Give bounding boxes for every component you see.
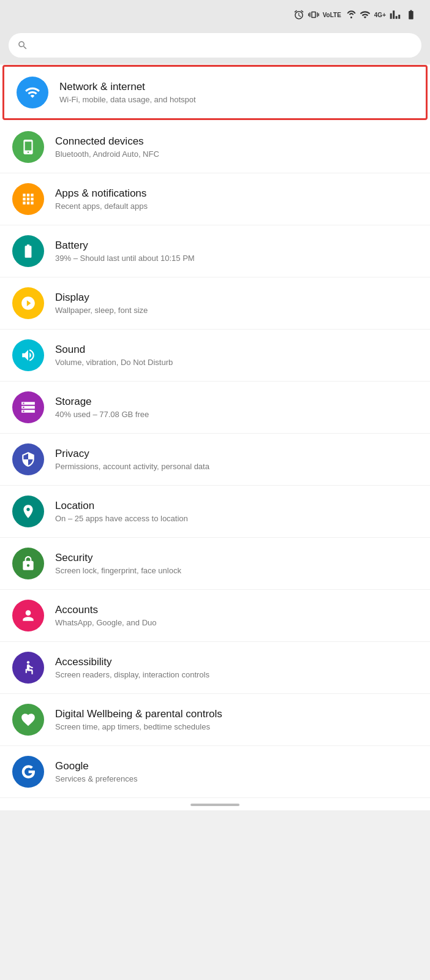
settings-icon-battery — [12, 235, 44, 267]
settings-text-location: Location On – 25 apps have access to loc… — [55, 500, 418, 523]
settings-icon-storage — [12, 391, 44, 423]
4gplus-icon: 4G+ — [374, 12, 386, 18]
settings-subtitle-storage: 40% used – 77.08 GB free — [55, 410, 418, 419]
settings-icon-connected-devices — [12, 131, 44, 163]
settings-text-connected-devices: Connected devices Bluetooth, Android Aut… — [55, 135, 418, 159]
scroll-indicator — [190, 804, 240, 806]
settings-item-location[interactable]: Location On – 25 apps have access to loc… — [0, 486, 430, 538]
settings-title-location: Location — [55, 500, 418, 512]
settings-title-display: Display — [55, 292, 418, 304]
settings-item-display[interactable]: Display Wallpaper, sleep, font size — [0, 277, 430, 330]
settings-text-accessibility: Accessibility Screen readers, display, i… — [55, 656, 418, 679]
settings-subtitle-google: Services & preferences — [55, 774, 418, 783]
settings-item-apps[interactable]: Apps & notifications Recent apps, defaul… — [0, 173, 430, 225]
settings-icon-google — [12, 756, 44, 788]
settings-subtitle-security: Screen lock, fingerprint, face unlock — [55, 566, 418, 575]
settings-subtitle-location: On – 25 apps have access to location — [55, 514, 418, 523]
settings-title-network: Network & internet — [59, 81, 413, 93]
settings-subtitle-accounts: WhatsApp, Google, and Duo — [55, 618, 418, 627]
search-bar-area — [0, 29, 430, 64]
settings-text-network: Network & internet Wi-Fi, mobile, data u… — [59, 81, 413, 104]
settings-item-accessibility[interactable]: Accessibility Screen readers, display, i… — [0, 642, 430, 694]
settings-text-display: Display Wallpaper, sleep, font size — [55, 292, 418, 315]
settings-title-battery: Battery — [55, 239, 418, 252]
settings-subtitle-privacy: Permissions, account activity, personal … — [55, 462, 418, 471]
settings-text-privacy: Privacy Permissions, account activity, p… — [55, 448, 418, 471]
vibrate-icon — [308, 9, 319, 20]
settings-icon-sound — [12, 339, 44, 371]
settings-icon-accounts — [12, 600, 44, 631]
settings-title-apps: Apps & notifications — [55, 187, 418, 200]
settings-item-google[interactable]: Google Services & preferences — [0, 746, 430, 798]
settings-icon-display — [12, 287, 44, 319]
settings-item-security[interactable]: Security Screen lock, fingerprint, face … — [0, 538, 430, 590]
settings-subtitle-network: Wi-Fi, mobile, data usage, and hotspot — [59, 95, 413, 104]
settings-text-google: Google Services & preferences — [55, 760, 418, 783]
settings-title-storage: Storage — [55, 396, 418, 408]
settings-text-battery: Battery 39% – Should last until about 10… — [55, 239, 418, 263]
settings-icon-digital-wellbeing — [12, 704, 44, 736]
settings-item-sound[interactable]: Sound Volume, vibration, Do Not Disturb — [0, 330, 430, 382]
volte-icon: VoLTE — [323, 12, 341, 18]
settings-item-storage[interactable]: Storage 40% used – 77.08 GB free — [0, 382, 430, 434]
status-bar: VoLTE 4G+ — [0, 0, 430, 29]
settings-title-connected-devices: Connected devices — [55, 135, 418, 148]
search-bar[interactable] — [9, 33, 421, 58]
settings-item-network[interactable]: Network & internet Wi-Fi, mobile, data u… — [2, 65, 428, 120]
settings-text-storage: Storage 40% used – 77.08 GB free — [55, 396, 418, 419]
status-icons: VoLTE 4G+ — [293, 9, 418, 20]
settings-icon-location — [12, 496, 44, 527]
settings-item-digital-wellbeing[interactable]: Digital Wellbeing & parental controls Sc… — [0, 694, 430, 746]
signal-icon — [360, 9, 371, 20]
settings-title-digital-wellbeing: Digital Wellbeing & parental controls — [55, 708, 418, 720]
settings-text-digital-wellbeing: Digital Wellbeing & parental controls Sc… — [55, 708, 418, 731]
settings-subtitle-apps: Recent apps, default apps — [55, 202, 418, 211]
settings-icon-apps — [12, 183, 44, 215]
settings-icon-network — [17, 77, 48, 108]
settings-subtitle-sound: Volume, vibration, Do Not Disturb — [55, 358, 418, 367]
settings-text-apps: Apps & notifications Recent apps, defaul… — [55, 187, 418, 211]
settings-title-accessibility: Accessibility — [55, 656, 418, 668]
search-icon — [17, 40, 28, 51]
settings-title-sound: Sound — [55, 344, 418, 356]
settings-list: Network & internet Wi-Fi, mobile, data u… — [0, 65, 430, 798]
settings-item-privacy[interactable]: Privacy Permissions, account activity, p… — [0, 434, 430, 486]
settings-title-privacy: Privacy — [55, 448, 418, 460]
settings-icon-security — [12, 548, 44, 579]
settings-subtitle-connected-devices: Bluetooth, Android Auto, NFC — [55, 149, 418, 159]
svg-point-0 — [27, 661, 29, 663]
settings-subtitle-accessibility: Screen readers, display, interaction con… — [55, 670, 418, 679]
settings-item-battery[interactable]: Battery 39% – Should last until about 10… — [0, 225, 430, 277]
settings-text-sound: Sound Volume, vibration, Do Not Disturb — [55, 344, 418, 367]
settings-item-connected-devices[interactable]: Connected devices Bluetooth, Android Aut… — [0, 121, 430, 173]
settings-title-accounts: Accounts — [55, 604, 418, 616]
alarm-icon — [293, 9, 304, 20]
settings-title-security: Security — [55, 552, 418, 564]
settings-title-google: Google — [55, 760, 418, 772]
battery-icon — [404, 9, 418, 20]
settings-subtitle-digital-wellbeing: Screen time, app timers, bedtime schedul… — [55, 722, 418, 731]
settings-item-accounts[interactable]: Accounts WhatsApp, Google, and Duo — [0, 590, 430, 642]
settings-subtitle-display: Wallpaper, sleep, font size — [55, 306, 418, 315]
signal-strength-icon — [390, 9, 401, 20]
settings-icon-accessibility — [12, 652, 44, 684]
settings-subtitle-battery: 39% – Should last until about 10:15 PM — [55, 254, 418, 263]
wifi-calling-icon — [345, 9, 356, 20]
settings-icon-privacy — [12, 443, 44, 475]
settings-text-accounts: Accounts WhatsApp, Google, and Duo — [55, 604, 418, 627]
settings-text-security: Security Screen lock, fingerprint, face … — [55, 552, 418, 575]
